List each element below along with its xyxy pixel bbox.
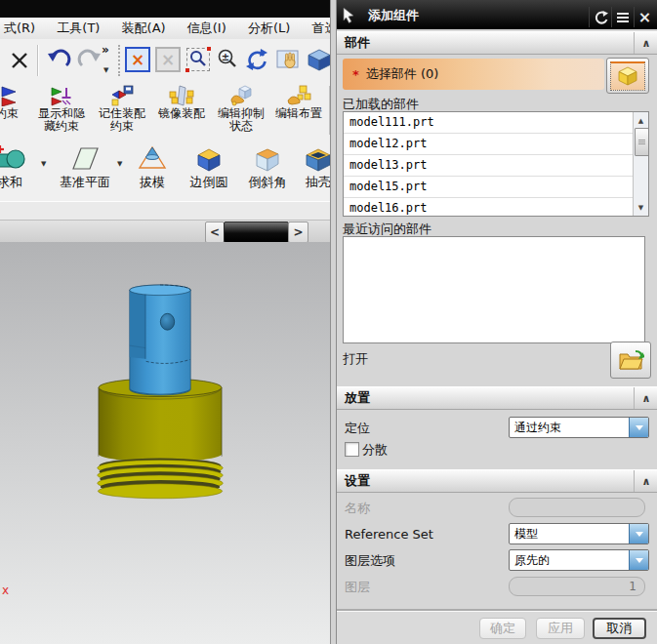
datum-plane-dropdown-icon[interactable]: ▼ [117, 160, 122, 168]
list-item[interactable]: model13.prt [344, 155, 648, 177]
dropdown-arrow-button[interactable] [629, 524, 648, 543]
remember-constraints-icon [92, 84, 152, 107]
datum-plane-icon [51, 141, 119, 175]
scroll-up-icon[interactable]: ▲ [634, 113, 648, 128]
toolbar-item-edit-arrangements[interactable]: 编辑布置 [270, 84, 327, 120]
list-item[interactable]: model15.prt [344, 177, 648, 198]
list-vertical-scrollbar[interactable]: ▲ ▼ [633, 112, 648, 216]
menu-item-assemblies[interactable]: 装配(A) [113, 18, 175, 39]
cancel-button[interactable]: 取消 [593, 618, 646, 639]
redo-button[interactable] [76, 48, 103, 73]
undo-button[interactable] [45, 48, 72, 73]
menu-item-format[interactable]: 式(R) [0, 18, 44, 39]
select-part-button[interactable] [606, 58, 649, 94]
menu-bar: 式(R) 工具(T) 装配(A) 信息(I) 分析(L) 首选项(P) 窗口(O… [0, 18, 336, 40]
list-item[interactable]: model12.prt [344, 134, 648, 155]
section-header-placement[interactable]: 放置 ∧ [337, 386, 657, 410]
fit-view-button[interactable]: × [125, 47, 150, 72]
toolbar-item-constraints[interactable]: 约束 [0, 84, 29, 120]
open-file-button[interactable] [610, 342, 651, 379]
toolbar-item-mirror-assembly[interactable]: 镜像装配 [151, 84, 212, 120]
rotate-view-button[interactable] [244, 47, 269, 72]
dropdown-arrow-button[interactable] [629, 550, 648, 570]
list-scrollbar-thumb[interactable] [635, 128, 649, 156]
collapse-chevron-icon[interactable]: ∧ [634, 32, 657, 54]
positioning-dropdown[interactable]: 通过约束 [509, 417, 649, 438]
apply-button: 应用 [536, 618, 585, 639]
collapse-chevron-icon[interactable]: ∧ [634, 470, 657, 492]
dropdown-arrow-button[interactable] [629, 418, 648, 437]
graphics-viewport[interactable]: x [0, 242, 330, 644]
pan-hand-icon [276, 48, 300, 71]
show-hide-constraints-icon [31, 84, 92, 107]
layer-input-disabled: 1 [509, 577, 645, 596]
list-item[interactable]: model111.prt [344, 112, 648, 134]
open-folder-icon [617, 347, 644, 373]
loaded-parts-list[interactable]: model111.prt model12.prt model13.prt mod… [343, 111, 649, 217]
reference-set-dropdown[interactable]: 模型 [509, 523, 649, 544]
layer-option-dropdown[interactable]: 原先的 [509, 549, 649, 571]
dialog-titlebar[interactable]: 添加组件 × [337, 0, 657, 29]
toolbar-item-chamfer[interactable]: 倒斜角 [240, 141, 295, 190]
layer-option-label: 图层选项 [345, 550, 395, 572]
mirror-assembly-icon [151, 84, 212, 107]
toolbar-drag-handle[interactable] [118, 45, 120, 76]
standard-toolbar: » ▼ × × ± [0, 39, 336, 83]
required-marker: * [352, 67, 359, 82]
toolbar-overflow-dropdown-icon[interactable]: ▼ [103, 66, 108, 74]
recent-parts-list[interactable] [343, 236, 645, 343]
feature-toolbar: 求和 ▼ 基准平面 ▼ 拔模 [0, 139, 336, 202]
section-header-settings[interactable]: 设置 ∧ [337, 469, 657, 493]
edit-suppression-icon [211, 84, 271, 107]
positioning-value: 通过约束 [514, 418, 561, 437]
dialog-reset-button[interactable] [589, 7, 610, 27]
scroll-right-button[interactable]: > [288, 221, 308, 243]
chamfer-icon [240, 141, 295, 175]
toolbar-separator [37, 45, 39, 76]
undo-icon [46, 49, 71, 72]
horizontal-scrollbar-row: < > [0, 221, 336, 242]
toolbar-item-show-hide-constraints[interactable]: 显示和隐 藏约束 [31, 84, 92, 133]
layer-label: 图层 [345, 577, 370, 598]
toolbar-item-edit-suppression-state[interactable]: 编辑抑制 状态 [211, 84, 271, 133]
part-cube-icon [610, 61, 645, 91]
dialog-button-row: 确定 应用 取消 [337, 611, 657, 644]
toolbar-item-edge-blend[interactable]: 边倒圆 [182, 141, 236, 190]
name-input-disabled [509, 498, 645, 517]
zoom-in-out-button[interactable]: ± [215, 47, 240, 72]
toolbar-item-datum-plane[interactable]: 基准平面 [51, 141, 119, 190]
shaded-cube-icon [307, 48, 332, 71]
dialog-close-button[interactable]: × [634, 7, 655, 27]
scrollbar-thumb[interactable] [224, 221, 289, 243]
toolbar-item-draft[interactable]: 拔模 [129, 141, 176, 190]
menu-item-analysis[interactable]: 分析(L) [239, 18, 299, 39]
layer-option-value: 原先的 [514, 550, 550, 570]
menu-item-tools[interactable]: 工具(T) [48, 18, 108, 39]
collapse-chevron-icon[interactable]: ∧ [634, 387, 657, 409]
zoom-box-icon [186, 48, 210, 71]
menu-item-information[interactable]: 信息(I) [179, 18, 235, 39]
dialog-menu-button[interactable] [611, 7, 633, 27]
unite-dropdown-icon[interactable]: ▼ [41, 160, 46, 168]
scroll-down-icon[interactable]: ▼ [634, 200, 648, 215]
scroll-left-button[interactable]: < [205, 221, 225, 243]
delete-button[interactable] [8, 49, 31, 72]
toolbar-item-unite[interactable]: 求和 [0, 141, 33, 190]
toolbar-item-remember-constraints[interactable]: 记住装配 约束 [92, 84, 152, 133]
zoom-box-button[interactable] [185, 47, 211, 72]
section-header-part[interactable]: 部件 ∧ [337, 31, 657, 55]
scatter-checkbox[interactable] [345, 442, 359, 457]
blue-top-part [130, 285, 190, 395]
wcs-x-axis-label: x [2, 584, 9, 597]
pan-view-button[interactable] [275, 47, 301, 72]
list-item[interactable]: model16.prt [344, 198, 648, 217]
positioning-label: 定位 [345, 418, 370, 439]
add-component-dialog: 添加组件 × 部件 ∧ * 选择部件 (0) [336, 0, 657, 644]
unite-icon [0, 141, 33, 175]
shaded-view-button[interactable] [307, 47, 332, 72]
chevron-down-icon [636, 558, 643, 563]
select-part-row[interactable]: * 选择部件 (0) [343, 59, 604, 90]
yellow-base-part [98, 379, 224, 499]
toolbar-overflow-chevrons[interactable]: » [102, 43, 109, 57]
edge-blend-icon [182, 141, 236, 175]
